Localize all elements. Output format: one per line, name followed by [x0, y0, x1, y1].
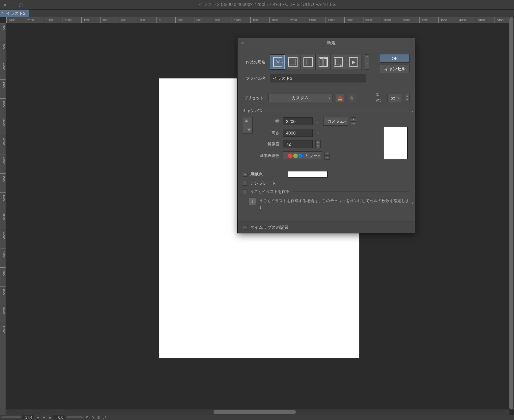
scrollbar-horizontal[interactable] — [6, 409, 509, 415]
use-comic-icon[interactable] — [285, 54, 300, 70]
info-icon: i — [249, 198, 256, 205]
scrollbar-vertical[interactable] — [509, 17, 514, 409]
zoom-fit-icon[interactable]: ■ — [47, 415, 52, 419]
use-type-selector — [270, 54, 361, 70]
basic-color-label: 基本表現色: — [257, 153, 280, 159]
unit-label: 単位: — [376, 92, 384, 104]
filename-input[interactable] — [270, 75, 366, 82]
use-print-icon[interactable] — [300, 54, 316, 70]
zoom-value[interactable]: 17.4 — [22, 415, 34, 419]
dialog-scrollbar[interactable]: ▲▼ — [411, 110, 414, 205]
paper-color-swatch[interactable] — [288, 171, 328, 178]
close-icon[interactable]: × — [3, 2, 7, 7]
preset-label: プリセット: — [243, 95, 265, 101]
preset-dropdown[interactable]: カスタム — [268, 94, 332, 102]
rotate-reset-icon[interactable]: ⊙ — [96, 415, 101, 420]
template-checkbox[interactable] — [243, 181, 247, 186]
canvas-preview — [384, 127, 408, 159]
zoom-slider[interactable] — [1, 416, 21, 418]
height-label: 高さ: — [257, 130, 280, 136]
res-up[interactable]: ▲ — [315, 140, 321, 144]
flip-icon[interactable]: ⇄ — [102, 415, 107, 420]
app-title: イラスト2 (3200 x 4000px 72dpi 17.4%) - CLIP… — [23, 2, 511, 8]
window-controls: × — ▢ — [3, 2, 23, 7]
unit-down[interactable]: ▼ — [405, 98, 410, 102]
swap-dimensions-button[interactable] — [243, 117, 253, 134]
close-icon[interactable]: × — [238, 41, 247, 45]
ruler-vertical: 6009001200150018002100240027003000330036… — [0, 23, 6, 415]
rotate-cw-icon[interactable]: ↷ — [90, 415, 95, 420]
cancel-button[interactable]: キャンセル — [380, 65, 410, 73]
unit-dropdown[interactable]: px — [387, 94, 401, 102]
status-bar: 17.4 − + ■ 0.0 ↶ ↷ ⊙ ⇄ — [0, 415, 514, 420]
width-label: 幅: — [257, 119, 280, 124]
zoom-in-icon[interactable]: + — [42, 415, 46, 419]
template-label: テンプレート — [250, 180, 276, 186]
new-document-dialog: × 新規 OK キャンセル 作品の用途: ▲▼ ファイル名: — [237, 38, 415, 233]
height-input[interactable] — [283, 129, 313, 137]
width-link-icon[interactable]: › — [315, 119, 321, 124]
canvas-section-title: キャンバス — [243, 108, 410, 114]
tab-bar: イラスト2 — [0, 9, 514, 17]
angle-value[interactable]: 0.0 — [53, 415, 65, 419]
color-down[interactable]: ▼ — [325, 156, 330, 160]
ok-button[interactable]: OK — [380, 54, 410, 63]
moving-illust-checkbox[interactable] — [243, 190, 247, 194]
resolution-label: 解像度: — [257, 141, 280, 147]
scrollbar-thumb-v[interactable] — [509, 17, 513, 409]
preset-save-icon[interactable]: 📥 — [336, 94, 344, 102]
basic-color-dropdown[interactable]: 🔴🟢🔵 カラー — [283, 151, 322, 160]
unit-up[interactable]: ▲ — [405, 94, 410, 98]
use-animation-icon[interactable] — [346, 54, 361, 70]
use-scroll[interactable]: ▲▼ — [365, 54, 369, 70]
moving-illust-label: うごくイラストを作る — [250, 189, 290, 195]
zoom-out-icon[interactable]: − — [36, 415, 40, 419]
sizepreset-down[interactable]: ▼ — [351, 121, 356, 125]
dialog-title: 新規 — [247, 40, 415, 46]
rotate-ccw-icon[interactable]: ↶ — [84, 415, 89, 420]
timelapse-checkbox[interactable] — [243, 225, 247, 230]
ruler-horizontal: 2400210018001500120090060030003006009001… — [6, 17, 514, 23]
titlebar: × — ▢ イラスト2 (3200 x 4000px 72dpi 17.4%) … — [0, 0, 514, 9]
sizepreset-up[interactable]: ▲ — [351, 117, 356, 121]
height-link-icon[interactable]: › — [315, 131, 321, 135]
preset-delete-icon[interactable]: 🗑 — [348, 94, 356, 102]
color-up[interactable]: ▲ — [325, 152, 330, 156]
dialog-titlebar[interactable]: × 新規 — [238, 38, 415, 48]
paper-color-label: 用紙色 — [250, 171, 263, 177]
use-illustration-icon[interactable] — [270, 54, 285, 70]
filename-label: ファイル名: — [243, 76, 267, 81]
use-label: 作品の用途: — [243, 59, 267, 65]
minimize-icon[interactable]: — — [11, 2, 15, 7]
paper-color-checkbox[interactable] — [243, 172, 247, 177]
use-settings-icon[interactable] — [331, 54, 346, 70]
angle-slider[interactable] — [67, 416, 83, 418]
use-book-icon[interactable] — [316, 54, 331, 70]
resolution-input[interactable] — [283, 140, 313, 148]
res-down[interactable]: ▼ — [315, 144, 321, 148]
size-preset-dropdown[interactable]: カスタム — [323, 117, 348, 126]
document-tab[interactable]: イラスト2 — [0, 10, 29, 17]
moving-illust-info: うごくイラストを作成する場合は、このチェックをオンにしてセルの枚数を指定します。 — [259, 198, 410, 210]
timelapse-label: タイムラプスの記録 — [250, 225, 289, 230]
maximize-icon[interactable]: ▢ — [18, 2, 23, 7]
width-input[interactable] — [283, 117, 313, 125]
scrollbar-thumb-h[interactable] — [214, 410, 296, 414]
